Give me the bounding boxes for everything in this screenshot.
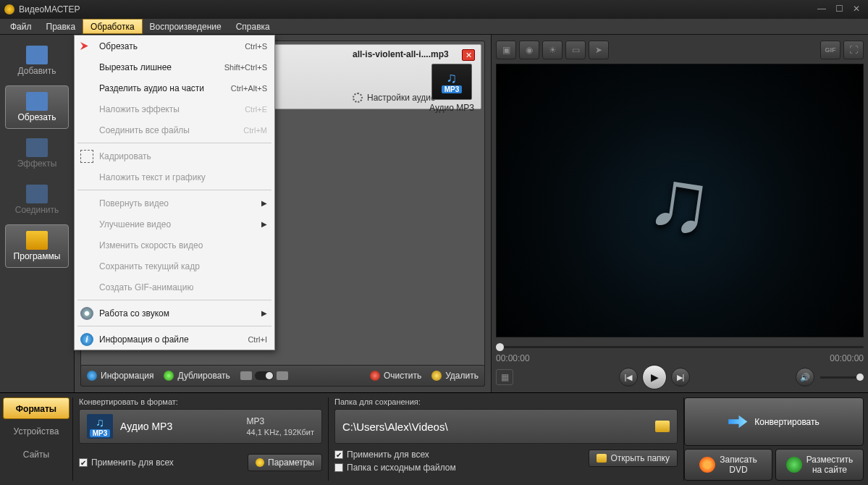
browse-folder-button[interactable] xyxy=(655,421,670,432)
preview-canvas: ♫ xyxy=(496,64,864,337)
menu-item: Кадрировать xyxy=(75,146,274,166)
note-icon: ♫ xyxy=(444,71,460,85)
volume-slider[interactable] xyxy=(820,376,864,379)
open-folder-button[interactable]: Открыть папку xyxy=(589,450,678,467)
window-title: ВидеоМАСТЕР xyxy=(19,4,812,14)
pv-tool-fullscreen[interactable]: ⛶ xyxy=(843,41,864,59)
menu-item[interactable]: Разделить аудио на частиCtrl+Alt+S xyxy=(75,77,274,98)
view-switcher[interactable] xyxy=(240,371,288,380)
menu-item[interactable]: Работа со звуком▶ xyxy=(75,303,274,324)
menu-item: Соединить все файлыCtrl+M xyxy=(75,119,274,140)
minimize-button[interactable]: — xyxy=(814,4,829,15)
menu-item: Повернуть видео▶ xyxy=(75,193,274,214)
prev-button[interactable]: |◀ xyxy=(619,368,638,387)
sidebar-label: Эффекты xyxy=(17,159,57,169)
seek-slider[interactable] xyxy=(496,342,864,352)
pv-tool-speed[interactable]: ➤ xyxy=(589,41,609,59)
time-total: 00:00:00 xyxy=(830,353,864,363)
apply-all-save-checkbox[interactable]: ✔ Применить для всех xyxy=(334,450,456,460)
mute-button[interactable]: 🔊 xyxy=(796,368,814,387)
sidebar-label: Соединить xyxy=(15,205,59,215)
upload-site-button[interactable]: Разместитьна сайте xyxy=(775,449,864,481)
action-panel: Конвертировать ЗаписатьDVD Разместитьна … xyxy=(684,393,868,485)
pv-tool-gif[interactable]: GIF xyxy=(820,41,840,59)
sidebar-programs[interactable]: Программы xyxy=(5,224,69,268)
pv-tool-snapshot[interactable]: ◉ xyxy=(519,41,539,59)
source-folder-checkbox[interactable]: Папка с исходным файлом xyxy=(334,463,456,473)
audio-settings-label: Настройки аудио xyxy=(367,93,436,103)
menubar: Файл Правка Обработка Воспроизведение Сп… xyxy=(0,19,868,35)
menu-item[interactable]: Вырезать лишнееShift+Ctrl+S xyxy=(75,56,274,77)
menu-help[interactable]: Справка xyxy=(229,19,277,34)
menu-item[interactable]: iИнформация о файлеCtrl+I xyxy=(75,329,274,350)
clear-icon xyxy=(370,371,380,381)
seek-thumb[interactable] xyxy=(496,343,504,351)
volume-thumb[interactable] xyxy=(856,374,864,381)
preview-panel: ▣ ◉ ☀ ▭ ➤ GIF ⛶ ♫ 00:00:00 00:00:00 ▦ |◀… xyxy=(492,35,868,392)
delete-button[interactable]: Удалить xyxy=(431,371,479,381)
mp3-label: MP3 xyxy=(442,85,463,93)
pv-tool-brightness[interactable]: ☀ xyxy=(542,41,562,59)
menu-processing[interactable]: Обработка xyxy=(83,19,143,34)
tab-devices[interactable]: Устройства xyxy=(3,421,69,442)
format-title: Аудио MP3 xyxy=(120,421,172,432)
duplicate-icon xyxy=(164,371,174,381)
menu-edit[interactable]: Правка xyxy=(39,19,83,34)
format-name: Аудио MP3 xyxy=(429,103,475,113)
sidebar-join[interactable]: Соединить xyxy=(5,178,69,222)
arrow-icon xyxy=(728,414,747,430)
pv-tool-filmstrip[interactable]: ▭ xyxy=(565,41,586,59)
sidebar-label: Добавить xyxy=(17,66,56,76)
note-icon: ♫ MP3 xyxy=(87,414,113,439)
format-badge[interactable]: ♫ MP3 Аудио MP3 xyxy=(429,64,475,113)
next-button[interactable]: ▶| xyxy=(671,368,690,387)
output-tabs: Форматы Устройства Сайты xyxy=(0,393,72,485)
file-remove-button[interactable]: ✕ xyxy=(462,49,475,61)
file-name: all-is-violent-all-i....mp3 xyxy=(353,49,449,59)
burn-dvd-button[interactable]: ЗаписатьDVD xyxy=(684,449,772,481)
menu-item: Изменить скорость видео xyxy=(75,235,274,256)
save-panel: Папка для сохранения: C:\Users\Alex\Vide… xyxy=(329,393,683,485)
menu-file[interactable]: Файл xyxy=(3,19,39,34)
sidebar-trim[interactable]: Обрезать xyxy=(5,85,69,129)
save-path: C:\Users\Alex\Videos\ xyxy=(342,421,648,433)
film-join-icon xyxy=(26,185,48,203)
key-icon xyxy=(26,231,48,250)
pv-tool-crop[interactable]: ▣ xyxy=(496,41,516,59)
save-heading: Папка для сохранения: xyxy=(334,397,678,406)
parameters-button[interactable]: Параметры xyxy=(248,454,322,471)
globe-icon xyxy=(786,457,802,473)
clear-button[interactable]: Очистить xyxy=(370,371,421,381)
gear-icon xyxy=(256,458,264,467)
sidebar-effects[interactable]: Эффекты xyxy=(5,132,69,175)
checkbox-icon: ✔ xyxy=(79,458,88,467)
apply-all-format-checkbox[interactable]: ✔ Применить для всех xyxy=(79,457,174,468)
audio-settings-link[interactable]: Настройки аудио xyxy=(353,93,436,103)
maximize-button[interactable]: ☐ xyxy=(832,4,846,15)
menu-playback[interactable]: Воспроизведение xyxy=(143,19,229,34)
info-button[interactable]: Информация xyxy=(87,371,153,381)
tab-formats[interactable]: Форматы xyxy=(3,397,69,419)
info-icon: i xyxy=(80,333,93,346)
duplicate-button[interactable]: Дублировать xyxy=(164,371,229,381)
play-button[interactable]: ▶ xyxy=(642,365,667,389)
format-selector[interactable]: ♫ MP3 Аудио MP3 MP3 44,1 KHz, 192Кбит xyxy=(79,409,322,444)
menu-item[interactable]: ОбрезатьCtrl+S xyxy=(75,35,274,56)
convert-button[interactable]: Конвертировать xyxy=(684,397,864,446)
disc-icon xyxy=(699,457,715,473)
snapshot-button[interactable]: ▦ xyxy=(496,369,513,385)
crop-icon xyxy=(80,150,93,163)
close-window-button[interactable]: ✕ xyxy=(849,4,864,15)
sidebar-add[interactable]: Добавить xyxy=(5,39,69,83)
menu-item: Наложить эффектыCtrl+E xyxy=(75,98,274,119)
film-add-icon xyxy=(26,46,48,64)
checkbox-icon: ✔ xyxy=(334,450,343,459)
time-current: 00:00:00 xyxy=(496,353,530,363)
save-path-box[interactable]: C:\Users\Alex\Videos\ xyxy=(334,409,678,444)
tab-sites[interactable]: Сайты xyxy=(3,444,69,465)
checkbox-icon xyxy=(334,463,343,472)
list-toolbar: Информация Дублировать Очистить Удалить xyxy=(80,365,485,387)
film-cut-icon xyxy=(26,92,48,111)
menu-item: Наложить текст и графику xyxy=(75,166,274,187)
delete-icon xyxy=(431,371,442,381)
